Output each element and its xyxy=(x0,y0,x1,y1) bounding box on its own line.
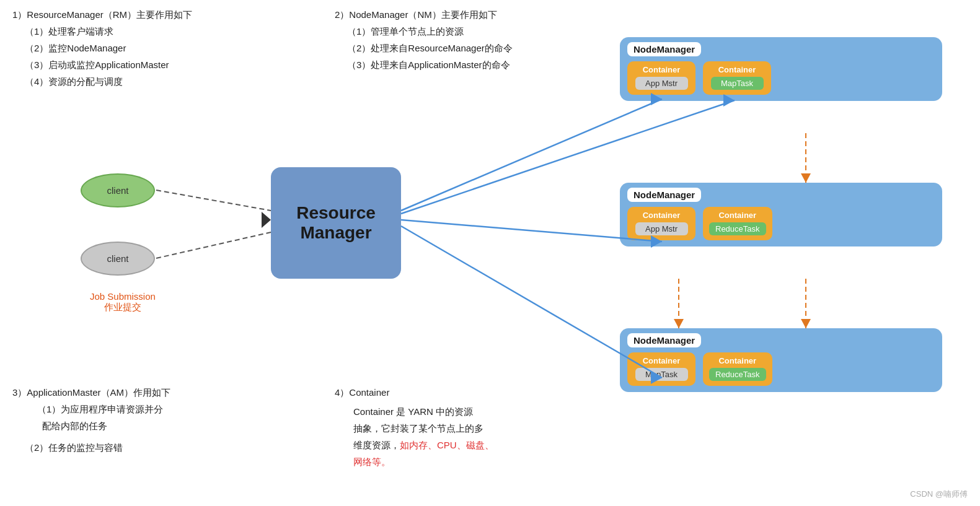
client-2-label: client xyxy=(107,253,128,264)
nm-item-2: （2）处理来自ResourceManager的命令 xyxy=(335,40,620,56)
nodemanager-3-box: NodeManager Container MapTask Container … xyxy=(620,328,942,392)
job-submission-line1: Job Submission xyxy=(90,291,156,302)
nm3-container-2: Container ReduceTask xyxy=(703,352,772,386)
nm1-c1-label: Container xyxy=(643,65,681,74)
rm-title: 1）ResourceManager（RM）主要作用如下 xyxy=(12,6,279,23)
nm3-title: NodeManager xyxy=(627,333,701,347)
svg-marker-2 xyxy=(262,212,271,228)
nm1-container-1: Container App Mstr xyxy=(627,61,695,95)
nm3-container-1: Container MapTask xyxy=(627,352,695,386)
nm1-c2-inner: MapTask xyxy=(711,77,764,90)
page: 1）ResourceManager（RM）主要作用如下 （1）处理客户端请求 （… xyxy=(0,0,980,506)
nm-title: 2）NodeManager（NM）主要作用如下 xyxy=(335,6,620,23)
nodemanager-2-box: NodeManager Container App Mstr Container… xyxy=(620,183,942,246)
nm2-c1-label: Container xyxy=(643,211,681,220)
nm1-title: NodeManager xyxy=(627,42,701,56)
nm-description: 2）NodeManager（NM）主要作用如下 （1）管理单个节点上的资源 （2… xyxy=(335,6,620,73)
nm2-c2-inner: ReduceTask xyxy=(709,222,766,235)
nm1-container-2: Container MapTask xyxy=(703,61,771,95)
nm3-c2-label: Container xyxy=(718,356,756,365)
nm3-c2-inner: ReduceTask xyxy=(709,368,766,381)
job-submission-label: Job Submission 作业提交 xyxy=(90,291,156,313)
client-1-ellipse: client xyxy=(81,173,155,207)
rm-item-2: （2）监控NodeManager xyxy=(12,40,279,56)
nm-item-3: （3）处理来自ApplicationMaster的命令 xyxy=(335,56,620,73)
svg-line-0 xyxy=(156,190,271,211)
am-item-1: （1）为应用程序申请资源并分 配给内部的任务 xyxy=(12,401,285,434)
am-description: 3）ApplicationMaster（AM）作用如下 （1）为应用程序申请资源… xyxy=(12,384,285,456)
nm3-c1-inner: MapTask xyxy=(635,368,688,381)
svg-line-1 xyxy=(156,232,271,258)
rm-item-1: （1）处理客户端请求 xyxy=(12,23,279,40)
rm-description: 1）ResourceManager（RM）主要作用如下 （1）处理客户端请求 （… xyxy=(12,6,279,90)
rm-box-label: Resource Manager xyxy=(296,203,376,243)
container-desc: Container 是 YARN 中的资源抽象，它封装了某个节点上的多维度资源，… xyxy=(335,403,583,470)
nm3-c1-label: Container xyxy=(643,356,681,365)
svg-marker-14 xyxy=(801,319,811,328)
nm2-c2-label: Container xyxy=(718,211,756,220)
client-1-label: client xyxy=(107,185,128,196)
nm2-container-2: Container ReduceTask xyxy=(703,207,772,240)
am-title: 3）ApplicationMaster（AM）作用如下 xyxy=(12,384,285,401)
container-title: 4）Container xyxy=(335,384,583,401)
nodemanager-1-box: NodeManager Container App Mstr Container… xyxy=(620,37,942,101)
container-description: 4）Container Container 是 YARN 中的资源抽象，它封装了… xyxy=(335,384,583,470)
nm1-c2-label: Container xyxy=(718,65,756,74)
nm2-container-1: Container App Mstr xyxy=(627,207,695,240)
job-submission-line2: 作业提交 xyxy=(90,302,156,313)
rm-item-4: （4）资源的分配与调度 xyxy=(12,73,279,90)
nm1-c1-inner: App Mstr xyxy=(635,77,688,90)
nm-item-1: （1）管理单个节点上的资源 xyxy=(335,23,620,40)
watermark: CSDN @喃师傅 xyxy=(910,489,968,500)
resource-manager-box: Resource Manager xyxy=(271,167,401,279)
am-item-2: （2）任务的监控与容错 xyxy=(12,439,285,456)
rm-item-3: （3）启动或监控ApplicationMaster xyxy=(12,56,279,73)
nm2-title: NodeManager xyxy=(627,188,701,202)
nm2-c1-inner: App Mstr xyxy=(635,222,688,235)
svg-marker-12 xyxy=(801,173,811,183)
svg-marker-16 xyxy=(674,319,684,328)
client-2-ellipse: client xyxy=(81,242,155,276)
